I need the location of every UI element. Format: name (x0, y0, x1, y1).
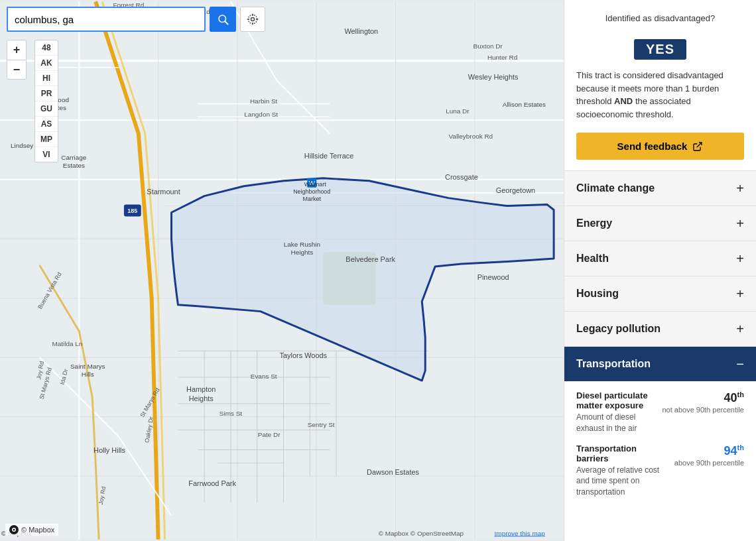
diesel-rank: 40th (662, 391, 744, 405)
legacy-pollution-icon: + (736, 322, 744, 335)
svg-text:Harbin St: Harbin St (250, 97, 278, 105)
accordion-header-legacy-pollution[interactable]: Legacy pollution + (564, 312, 756, 346)
barriers-desc: Average of relative cost and time spent … (576, 465, 668, 498)
svg-text:Hills: Hills (82, 371, 94, 378)
desc-bold: AND (614, 96, 633, 106)
svg-text:Pinewood: Pinewood (477, 273, 509, 281)
svg-text:Allison Estates: Allison Estates (503, 101, 546, 108)
metric-diesel-left: Diesel particulate matter exposure Amoun… (576, 391, 662, 434)
svg-text:Matilda Ln: Matilda Ln (52, 340, 82, 347)
svg-text:Taylors Woods: Taylors Woods (280, 351, 328, 359)
svg-line-88 (225, 21, 227, 24)
svg-text:Luna Dr: Luna Dr (446, 107, 470, 115)
layer-mp[interactable]: MP (35, 132, 58, 147)
accordion-climate-change: Climate change + (564, 170, 756, 206)
layer-selector: 48 AK HI PR GU AS MP VI (34, 40, 58, 162)
search-input[interactable] (7, 7, 206, 32)
svg-text:Improve this map: Improve this map (495, 530, 546, 537)
energy-icon: + (736, 217, 744, 230)
identified-label: Identified as disadvantaged? (605, 13, 716, 23)
barriers-sub: above 90th percentile (674, 458, 744, 467)
housing-label: Housing (576, 288, 619, 300)
svg-text:© Mapbox © OpenStreetMap: © Mapbox © OpenStreetMap (379, 530, 464, 537)
svg-text:Starmount: Starmount (147, 188, 180, 196)
svg-point-89 (251, 18, 255, 21)
svg-text:Hillside Terrace: Hillside Terrace (304, 152, 353, 160)
zoom-in-button[interactable]: + (7, 40, 27, 60)
layer-48[interactable]: 48 (35, 40, 58, 56)
svg-text:Lake Rushin: Lake Rushin (284, 241, 320, 248)
svg-text:Holly Hills: Holly Hills (94, 446, 125, 454)
svg-text:Neighborhood: Neighborhood (293, 188, 330, 195)
map-attribution: © Mapbox (5, 524, 58, 536)
zoom-out-button[interactable]: − (7, 60, 27, 80)
layer-gu[interactable]: GU (35, 101, 58, 117)
energy-label: Energy (576, 217, 612, 229)
climate-change-label: Climate change (576, 182, 655, 194)
metric-diesel-right: 40th not above 90th percentile (662, 391, 744, 414)
metric-transport-barriers: Transportation barriers Average of relat… (576, 444, 744, 498)
layer-pr[interactable]: PR (35, 86, 58, 101)
panel-header: Identified as disadvantaged? (564, 0, 756, 30)
accordion-health: Health + (564, 241, 756, 276)
accordion-header-energy[interactable]: Energy + (564, 206, 756, 241)
yes-badge: YES (634, 39, 686, 60)
zoom-controls: + − (7, 40, 27, 80)
svg-text:Buxton Dr: Buxton Dr (473, 42, 503, 50)
svg-text:Hampton: Hampton (186, 385, 216, 393)
external-link-icon (692, 141, 703, 152)
svg-text:Wesley Heights: Wesley Heights (468, 73, 519, 81)
svg-text:Heights: Heights (290, 249, 313, 256)
locate-button[interactable] (240, 7, 265, 32)
accordion-housing: Housing + (564, 276, 756, 311)
accordion-legacy-pollution: Legacy pollution + (564, 311, 756, 346)
svg-text:Carriage: Carriage (61, 154, 87, 161)
send-feedback-button[interactable]: Send feedback (576, 133, 744, 160)
accordion-header-transportation[interactable]: Transportation − (564, 347, 756, 381)
svg-text:Market: Market (303, 196, 322, 202)
metric-barriers-right: 94th above 90th percentile (674, 444, 744, 467)
health-label: Health (576, 253, 609, 265)
svg-text:Dawson Estates: Dawson Estates (367, 468, 419, 476)
diesel-desc: Amount of diesel exhaust in the air (576, 412, 655, 434)
accordion-header-housing[interactable]: Housing + (564, 276, 756, 311)
diesel-sub: not above 90th percentile (662, 405, 744, 414)
transportation-icon: − (736, 357, 744, 371)
svg-text:Belvedere Park: Belvedere Park (346, 255, 395, 263)
metric-barriers-left: Transportation barriers Average of relat… (576, 444, 674, 498)
svg-text:Farrwood Park: Farrwood Park (188, 479, 236, 487)
layer-ak[interactable]: AK (35, 56, 58, 71)
svg-text:Saint Marys: Saint Marys (70, 363, 105, 370)
svg-text:Valleybrook Rd: Valleybrook Rd (448, 133, 493, 140)
barriers-name: Transportation barriers (576, 444, 668, 463)
mapbox-logo: © Mapbox (5, 524, 58, 536)
legacy-pollution-label: Legacy pollution (576, 323, 661, 335)
barriers-rank: 94th (674, 444, 744, 458)
svg-text:Sentry St: Sentry St (308, 421, 335, 428)
svg-text:Hunter Rd: Hunter Rd (487, 54, 517, 61)
svg-point-90 (248, 15, 257, 23)
layer-as[interactable]: AS (35, 117, 58, 132)
housing-icon: + (736, 287, 744, 300)
diesel-name: Diesel particulate matter exposure (576, 391, 655, 410)
svg-point-97 (13, 529, 15, 531)
svg-text:Estates: Estates (63, 162, 85, 169)
svg-text:Sims St: Sims St (220, 410, 242, 417)
svg-text:Heights: Heights (189, 394, 214, 402)
svg-text:Crossgate: Crossgate (445, 173, 478, 181)
layer-vi[interactable]: VI (35, 147, 58, 162)
search-bar (7, 7, 265, 32)
climate-change-icon: + (736, 182, 744, 195)
accordion-header-climate-change[interactable]: Climate change + (564, 171, 756, 206)
layer-hi[interactable]: HI (35, 71, 58, 86)
svg-text:Evans St: Evans St (251, 373, 277, 380)
mapbox-label: © Mapbox (21, 526, 54, 534)
svg-text:Wellington: Wellington (344, 27, 378, 35)
svg-text:185: 185 (127, 208, 137, 215)
map-area[interactable]: W 185 Forrest Rd Edgewood Wellington Bux… (0, 0, 564, 541)
accordion-header-health[interactable]: Health + (564, 241, 756, 276)
svg-text:Walmart: Walmart (304, 181, 326, 188)
transportation-content: Diesel particulate matter exposure Amoun… (564, 381, 756, 516)
accordion-transportation: Transportation − Diesel particulate matt… (564, 346, 756, 516)
search-button[interactable] (210, 7, 236, 32)
